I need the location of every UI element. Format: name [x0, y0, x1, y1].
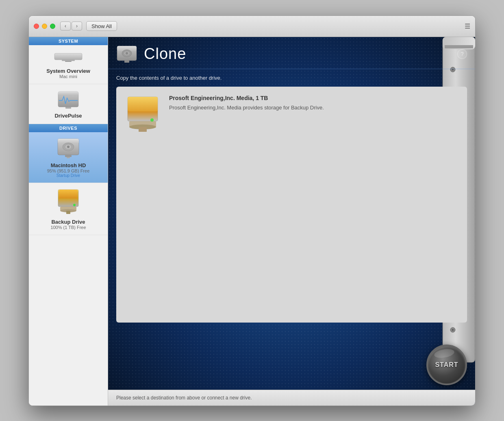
sidebar-item-drivepulse[interactable]: DrivePulse	[29, 84, 108, 124]
macintosh-hd-icon	[56, 137, 80, 160]
maximize-button[interactable]	[50, 24, 55, 29]
back-icon: ‹	[65, 23, 66, 29]
drive-panel-icon	[124, 95, 161, 135]
svg-point-19	[73, 204, 76, 206]
drive-panel-info: Prosoft Engineering,Inc. Media, 1 TB Pro…	[169, 95, 459, 111]
backup-drive-label: Backup Drive	[51, 219, 85, 225]
traffic-lights	[34, 24, 55, 29]
svg-rect-25	[124, 61, 129, 63]
help-button[interactable]: ?	[457, 49, 467, 59]
forward-button[interactable]: ›	[72, 22, 82, 31]
svg-rect-12	[67, 157, 70, 158]
description-text: Copy the contents of a drive to another …	[116, 75, 467, 81]
svg-rect-1	[62, 60, 75, 61]
macintosh-hd-sub2: Startup Drive	[56, 173, 80, 178]
drive-selection-panel[interactable]: Prosoft Engineering,Inc. Media, 1 TB Pro…	[116, 87, 467, 323]
svg-point-31	[150, 118, 154, 122]
system-overview-sub: Mac mini	[59, 74, 77, 79]
backup-drive-sub: 100% (1 TB) Free	[50, 225, 86, 230]
sidebar-item-backup-drive[interactable]: Backup Drive 100% (1 TB) Free	[29, 183, 108, 235]
svg-point-10	[67, 146, 70, 148]
content-body: Copy the contents of a drive to another …	[108, 69, 475, 390]
forward-icon: ›	[76, 23, 78, 29]
close-button[interactable]	[34, 24, 39, 29]
nav-buttons: ‹ ›	[60, 22, 82, 31]
macintosh-hd-label: Macintosh HD	[51, 162, 86, 168]
system-section-header: SYSTEM	[29, 37, 108, 45]
back-button[interactable]: ‹	[60, 22, 71, 31]
svg-rect-27	[128, 97, 158, 111]
svg-rect-11	[65, 155, 72, 157]
list-view-icon[interactable]: ☰	[465, 22, 470, 30]
drive-panel-desc: Prosoft Engineering,Inc. Media provides …	[169, 105, 459, 111]
main-layout: SYSTEM S	[29, 37, 475, 406]
mac-mini-icon	[54, 50, 83, 64]
svg-rect-30	[139, 127, 147, 132]
sidebar: SYSTEM S	[29, 37, 108, 406]
drive-panel-name: Prosoft Engineering,Inc. Media, 1 TB	[169, 95, 459, 101]
content-area: Clone ? Copy the contents of a drive to …	[108, 37, 475, 406]
svg-point-24	[126, 52, 128, 55]
page-title: Clone	[144, 45, 186, 63]
app-window: ‹ › Show All ☰ SYSTEM	[28, 15, 476, 406]
drivepulse-icon	[56, 89, 80, 110]
sidebar-item-system-overview[interactable]: System Overview Mac mini	[29, 45, 108, 84]
svg-rect-0	[54, 53, 82, 60]
status-message: Please select a destination from above o…	[116, 395, 252, 401]
sidebar-item-macintosh-hd[interactable]: Macintosh HD 95% (951.9 GB) Free Startup…	[29, 132, 108, 183]
backup-drive-icon	[56, 188, 80, 216]
clone-header-icon	[116, 44, 137, 65]
content-header: Clone ?	[108, 37, 475, 69]
titlebar: ‹ › Show All ☰	[29, 16, 475, 37]
content-inner: Clone ? Copy the contents of a drive to …	[108, 37, 475, 406]
macintosh-hd-sub: 95% (951.9 GB) Free	[47, 168, 90, 173]
svg-rect-4	[58, 92, 78, 96]
bottom-bar: Please select a destination from above o…	[108, 390, 475, 406]
minimize-button[interactable]	[42, 24, 47, 29]
svg-rect-5	[65, 107, 71, 109]
drives-section-header: DRIVES	[29, 124, 108, 132]
svg-rect-2	[65, 61, 72, 62]
svg-rect-18	[66, 211, 70, 214]
drivepulse-label: DrivePulse	[54, 113, 82, 119]
svg-rect-15	[59, 190, 77, 199]
start-button-label: START	[435, 361, 458, 369]
system-overview-label: System Overview	[46, 68, 90, 74]
show-all-button[interactable]: Show All	[86, 21, 117, 31]
